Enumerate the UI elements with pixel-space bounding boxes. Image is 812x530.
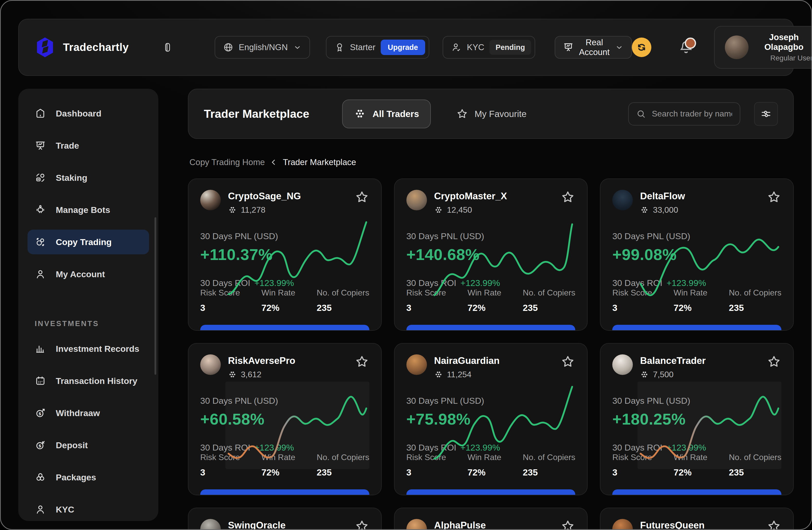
profile-menu[interactable]: Joseph Olapagbo Regular User bbox=[714, 26, 812, 69]
trader-card: RiskAversePro 3,612 30 Days PNL (USD) +6… bbox=[188, 343, 382, 495]
breadcrumb-parent[interactable]: Copy Trading Home bbox=[189, 157, 265, 167]
favourite-star-icon[interactable] bbox=[560, 354, 575, 369]
user-name: Joseph Olapagbo bbox=[755, 32, 812, 52]
app-logo-icon bbox=[34, 36, 56, 59]
award-icon bbox=[334, 42, 345, 53]
favourite-star-icon[interactable] bbox=[354, 519, 369, 530]
star-icon bbox=[456, 108, 468, 120]
trader-name: SwingOracle bbox=[228, 520, 286, 530]
sidebar-item-label: Dashboard bbox=[56, 109, 102, 118]
search-input[interactable] bbox=[651, 109, 733, 119]
sidebar-item-staking[interactable]: Staking bbox=[28, 166, 149, 190]
app-window: Tradechartly English/NGN Starter Upgrade bbox=[0, 0, 812, 530]
favourite-star-icon[interactable] bbox=[767, 519, 781, 530]
marketplace-toolbar: Trader Marketplace All Traders My Favour… bbox=[188, 89, 794, 139]
sidebar-item-kyc[interactable]: KYC bbox=[28, 497, 149, 521]
sidebar-item-withdraw[interactable]: $ Withdraaw bbox=[28, 401, 149, 425]
favourite-star-icon[interactable] bbox=[354, 190, 369, 205]
followers-icon bbox=[228, 206, 237, 214]
bot-icon bbox=[35, 204, 46, 215]
upgrade-button[interactable]: Upgrade bbox=[381, 40, 425, 55]
breadcrumb: Copy Trading Home Trader Marketplace bbox=[189, 157, 794, 167]
account-type-select[interactable]: Real Account bbox=[555, 36, 632, 59]
avatar bbox=[200, 519, 221, 530]
view-trader-button[interactable]: View Trader bbox=[612, 325, 781, 331]
trader-card: DeltaFlow 33,000 30 Days PNL (USD) +99.0… bbox=[600, 178, 794, 331]
svg-text:$: $ bbox=[38, 411, 41, 416]
trader-name: CryptoMaster_X bbox=[434, 191, 507, 202]
filter-button[interactable] bbox=[754, 102, 778, 126]
favourite-star-icon[interactable] bbox=[767, 354, 781, 369]
notifications-button[interactable] bbox=[678, 39, 694, 56]
sidebar-item-label: Investment Records bbox=[56, 344, 139, 354]
presentation-icon bbox=[563, 42, 574, 53]
search-box bbox=[628, 102, 740, 126]
avatar bbox=[200, 354, 221, 375]
svg-text:$: $ bbox=[38, 443, 41, 448]
plan-badge: Starter Upgrade bbox=[326, 36, 430, 59]
sidebar-item-label: Trade bbox=[56, 141, 79, 151]
copy-trading-icon bbox=[35, 236, 46, 248]
trader-card: BalanceTrader 7,500 30 Days PNL (USD) +1… bbox=[600, 343, 794, 495]
favourite-star-icon[interactable] bbox=[767, 190, 781, 205]
user-role: Regular User bbox=[770, 54, 812, 62]
chevron-down-icon bbox=[615, 43, 624, 52]
followers-icon bbox=[640, 206, 649, 214]
kyc-label: KYC bbox=[467, 42, 484, 52]
sidebar-item-manage-bots[interactable]: Manage Bots bbox=[28, 198, 149, 222]
main-content: Trader Marketplace All Traders My Favour… bbox=[188, 89, 794, 530]
avatar bbox=[406, 190, 427, 210]
favourite-star-icon[interactable] bbox=[560, 519, 575, 530]
sidebar-item-my-account[interactable]: My Account bbox=[28, 262, 149, 286]
pnl-sparkline bbox=[637, 217, 781, 304]
sidebar-item-investment-records[interactable]: Investment Records bbox=[28, 336, 149, 361]
trader-name: RiskAversePro bbox=[228, 355, 295, 366]
trader-name: AlphaPulse bbox=[434, 520, 486, 530]
followers-count: 11,278 bbox=[241, 205, 265, 215]
favourite-star-icon[interactable] bbox=[354, 354, 369, 369]
tab-my-favourite[interactable]: My Favourite bbox=[454, 108, 528, 120]
view-trader-button[interactable]: View Trader bbox=[200, 489, 369, 495]
sidebar-item-label: Deposit bbox=[56, 440, 88, 450]
favourite-star-icon[interactable] bbox=[560, 190, 575, 205]
globe-icon bbox=[223, 42, 234, 53]
kyc-status-badge: Pending bbox=[489, 40, 531, 55]
trader-grid: CryptoSage_NG 11,278 30 Days PNL (USD) +… bbox=[188, 178, 794, 530]
avatar bbox=[406, 519, 427, 530]
avatar bbox=[612, 190, 633, 210]
followers-icon bbox=[228, 370, 237, 379]
avatar bbox=[725, 35, 749, 59]
trader-card: SwingOracle bbox=[188, 507, 382, 530]
refresh-button[interactable] bbox=[632, 38, 651, 57]
sidebar-toggle-icon[interactable] bbox=[162, 41, 174, 53]
view-trader-button[interactable]: View Trader bbox=[200, 325, 369, 331]
trader-name: BalanceTrader bbox=[640, 355, 706, 366]
language-select[interactable]: English/NGN bbox=[215, 36, 310, 59]
followers-count: 12,450 bbox=[447, 205, 472, 215]
trade-icon bbox=[35, 140, 46, 151]
withdraw-icon: $ bbox=[35, 407, 46, 419]
trader-name: CryptoSage_NG bbox=[228, 191, 301, 202]
search-icon bbox=[636, 109, 646, 119]
sidebar-item-dashboard[interactable]: Dashboard bbox=[28, 101, 149, 126]
followers-icon bbox=[434, 206, 443, 214]
sidebar-item-label: Withdraaw bbox=[56, 408, 100, 418]
sidebar-item-copy-trading[interactable]: Copy Trading bbox=[28, 230, 149, 254]
trader-card: FuturesQueen bbox=[600, 507, 794, 530]
sidebar-section-investments: INVESTMENTS bbox=[28, 319, 149, 328]
tab-all-traders[interactable]: All Traders bbox=[342, 100, 431, 128]
sidebar-scrollbar[interactable] bbox=[155, 217, 156, 375]
sidebar-item-trade[interactable]: Trade bbox=[28, 133, 149, 158]
language-label: English/NGN bbox=[239, 42, 288, 52]
sidebar-item-deposit[interactable]: $ Deposit bbox=[28, 433, 149, 458]
view-trader-button[interactable]: View Trader bbox=[406, 325, 576, 331]
view-trader-button[interactable]: View Trader bbox=[612, 489, 781, 495]
plan-label: Starter bbox=[350, 42, 376, 52]
sidebar-item-transaction-history[interactable]: Transaction History bbox=[28, 369, 149, 393]
followers-count: 11,254 bbox=[447, 370, 472, 379]
home-icon bbox=[35, 108, 46, 119]
view-trader-button[interactable]: View Trader bbox=[406, 489, 576, 495]
followers-count: 3,612 bbox=[241, 370, 261, 379]
followers-icon bbox=[434, 370, 443, 379]
sidebar-item-packages[interactable]: Packages bbox=[28, 465, 149, 490]
